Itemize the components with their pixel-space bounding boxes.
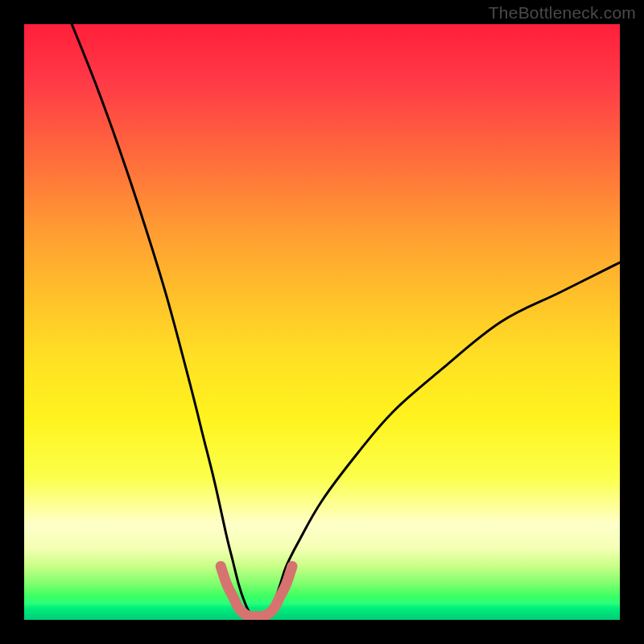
watermark-text: TheBottleneck.com: [489, 3, 636, 23]
bottleneck-curve: [72, 24, 620, 617]
gradient-plot-area: [24, 24, 620, 620]
curve-svg: [24, 24, 620, 620]
trough-highlight: [221, 566, 292, 616]
chart-frame: TheBottleneck.com: [0, 0, 644, 644]
